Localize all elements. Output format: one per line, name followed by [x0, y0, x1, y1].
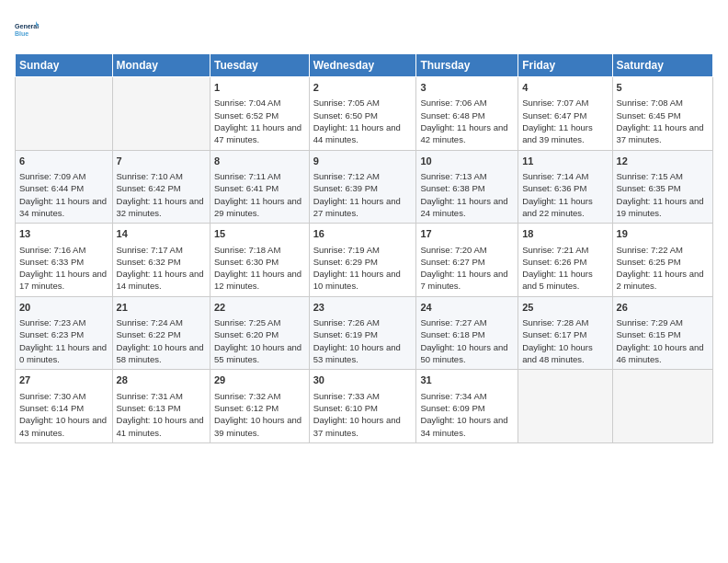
daylight-text: Daylight: 11 hours and 12 minutes. — [214, 269, 301, 291]
day-number: 2 — [313, 81, 413, 95]
sunrise-text: Sunrise: 7:20 AM — [420, 245, 486, 255]
calendar-cell — [518, 370, 612, 443]
sunrise-text: Sunrise: 7:21 AM — [522, 245, 588, 255]
calendar-cell: 16Sunrise: 7:19 AMSunset: 6:29 PMDayligh… — [309, 224, 416, 297]
sunset-text: Sunset: 6:44 PM — [19, 183, 84, 193]
sunrise-text: Sunrise: 7:19 AM — [313, 245, 380, 255]
day-number: 26 — [617, 301, 709, 315]
day-number: 9 — [313, 155, 413, 168]
daylight-text: Daylight: 11 hours and 7 minutes. — [420, 269, 507, 291]
sunset-text: Sunset: 6:48 PM — [420, 110, 484, 121]
calendar-cell: 7Sunrise: 7:10 AMSunset: 6:42 PMDaylight… — [112, 150, 210, 224]
header-saturday: Saturday — [612, 54, 712, 77]
sunrise-text: Sunrise: 7:16 AM — [19, 245, 85, 255]
sunrise-text: Sunrise: 7:09 AM — [19, 171, 85, 181]
daylight-text: Daylight: 11 hours and 47 minutes. — [214, 122, 301, 144]
day-number: 3 — [420, 81, 514, 95]
header-thursday: Thursday — [416, 54, 518, 77]
calendar-cell: 21Sunrise: 7:24 AMSunset: 6:22 PMDayligh… — [112, 296, 210, 370]
sunset-text: Sunset: 6:29 PM — [313, 257, 378, 267]
daylight-text: Daylight: 11 hours and 19 minutes. — [617, 196, 704, 218]
sunrise-text: Sunrise: 7:34 AM — [420, 391, 486, 401]
day-number: 13 — [19, 227, 108, 241]
sunrise-text: Sunrise: 7:30 AM — [19, 391, 85, 401]
svg-text:Blue: Blue — [15, 30, 28, 37]
daylight-text: Daylight: 10 hours and 39 minutes. — [214, 415, 301, 437]
daylight-text: Daylight: 10 hours and 58 minutes. — [117, 342, 204, 364]
day-number: 4 — [522, 81, 608, 95]
day-number: 31 — [420, 373, 514, 387]
logo: General Blue — [15, 15, 48, 44]
daylight-text: Daylight: 10 hours and 46 minutes. — [617, 342, 704, 364]
calendar-cell: 28Sunrise: 7:31 AMSunset: 6:13 PMDayligh… — [112, 370, 210, 443]
sunset-text: Sunset: 6:22 PM — [117, 329, 181, 339]
sunrise-text: Sunrise: 7:29 AM — [617, 317, 683, 327]
daylight-text: Daylight: 10 hours and 41 minutes. — [117, 415, 204, 437]
daylight-text: Daylight: 11 hours and 24 minutes. — [420, 196, 507, 218]
day-number: 15 — [214, 227, 305, 241]
sunset-text: Sunset: 6:41 PM — [214, 183, 279, 193]
calendar-cell: 13Sunrise: 7:16 AMSunset: 6:33 PMDayligh… — [16, 224, 113, 297]
day-number: 20 — [19, 301, 108, 315]
header-wednesday: Wednesday — [309, 54, 416, 77]
sunrise-text: Sunrise: 7:10 AM — [117, 171, 183, 181]
sunset-text: Sunset: 6:30 PM — [214, 257, 279, 267]
sunset-text: Sunset: 6:38 PM — [420, 183, 484, 193]
calendar-cell — [112, 77, 210, 151]
calendar-week-4: 20Sunrise: 7:23 AMSunset: 6:23 PMDayligh… — [16, 296, 713, 370]
sunset-text: Sunset: 6:42 PM — [117, 183, 181, 193]
daylight-text: Daylight: 11 hours and 2 minutes. — [617, 269, 704, 291]
sunset-text: Sunset: 6:25 PM — [617, 257, 681, 267]
sunrise-text: Sunrise: 7:13 AM — [420, 171, 486, 181]
daylight-text: Daylight: 11 hours and 44 minutes. — [313, 122, 401, 144]
sunset-text: Sunset: 6:23 PM — [19, 329, 84, 339]
day-number: 1 — [214, 81, 305, 95]
svg-text:General: General — [15, 23, 39, 29]
calendar-cell: 18Sunrise: 7:21 AMSunset: 6:26 PMDayligh… — [518, 224, 612, 297]
header-monday: Monday — [112, 54, 210, 77]
day-number: 10 — [420, 155, 514, 168]
daylight-text: Daylight: 10 hours and 53 minutes. — [313, 342, 401, 364]
daylight-text: Daylight: 10 hours and 55 minutes. — [214, 342, 301, 364]
calendar-cell: 1Sunrise: 7:04 AMSunset: 6:52 PMDaylight… — [210, 77, 310, 151]
calendar-cell: 12Sunrise: 7:15 AMSunset: 6:35 PMDayligh… — [612, 150, 712, 224]
calendar-cell: 6Sunrise: 7:09 AMSunset: 6:44 PMDaylight… — [16, 150, 113, 224]
sunrise-text: Sunrise: 7:25 AM — [214, 317, 280, 327]
sunrise-text: Sunrise: 7:26 AM — [313, 317, 380, 327]
sunrise-text: Sunrise: 7:23 AM — [19, 317, 85, 327]
daylight-text: Daylight: 11 hours and 10 minutes. — [313, 269, 401, 291]
calendar-header-row: SundayMondayTuesdayWednesdayThursdayFrid… — [16, 54, 713, 77]
calendar-cell: 10Sunrise: 7:13 AMSunset: 6:38 PMDayligh… — [416, 150, 518, 224]
calendar-week-5: 27Sunrise: 7:30 AMSunset: 6:14 PMDayligh… — [16, 370, 713, 443]
day-number: 19 — [617, 227, 709, 241]
daylight-text: Daylight: 10 hours and 37 minutes. — [313, 415, 401, 437]
calendar-week-1: 1Sunrise: 7:04 AMSunset: 6:52 PMDaylight… — [16, 77, 713, 151]
daylight-text: Daylight: 11 hours and 37 minutes. — [617, 122, 704, 144]
calendar-week-3: 13Sunrise: 7:16 AMSunset: 6:33 PMDayligh… — [16, 224, 713, 297]
daylight-text: Daylight: 11 hours and 39 minutes. — [522, 122, 593, 144]
daylight-text: Daylight: 10 hours and 50 minutes. — [420, 342, 507, 364]
sunrise-text: Sunrise: 7:22 AM — [617, 245, 683, 255]
header-sunday: Sunday — [16, 54, 113, 77]
day-number: 16 — [313, 227, 413, 241]
daylight-text: Daylight: 11 hours and 32 minutes. — [117, 196, 204, 218]
calendar-cell: 11Sunrise: 7:14 AMSunset: 6:36 PMDayligh… — [518, 150, 612, 224]
calendar-cell: 20Sunrise: 7:23 AMSunset: 6:23 PMDayligh… — [16, 296, 113, 370]
sunset-text: Sunset: 6:47 PM — [522, 110, 586, 121]
sunset-text: Sunset: 6:39 PM — [313, 183, 378, 193]
sunset-text: Sunset: 6:36 PM — [522, 183, 586, 193]
calendar-table: SundayMondayTuesdayWednesdayThursdayFrid… — [15, 53, 713, 443]
daylight-text: Daylight: 11 hours and 34 minutes. — [19, 196, 107, 218]
day-number: 14 — [117, 227, 206, 241]
calendar-cell: 22Sunrise: 7:25 AMSunset: 6:20 PMDayligh… — [210, 296, 310, 370]
sunset-text: Sunset: 6:50 PM — [313, 110, 378, 121]
sunset-text: Sunset: 6:45 PM — [617, 110, 681, 121]
daylight-text: Daylight: 11 hours and 42 minutes. — [420, 122, 507, 144]
sunrise-text: Sunrise: 7:17 AM — [117, 245, 183, 255]
sunrise-text: Sunrise: 7:32 AM — [214, 391, 280, 401]
sunset-text: Sunset: 6:32 PM — [117, 257, 181, 267]
daylight-text: Daylight: 11 hours and 0 minutes. — [19, 342, 107, 364]
daylight-text: Daylight: 10 hours and 48 minutes. — [522, 342, 593, 364]
daylight-text: Daylight: 10 hours and 34 minutes. — [420, 415, 507, 437]
sunset-text: Sunset: 6:52 PM — [214, 110, 279, 121]
